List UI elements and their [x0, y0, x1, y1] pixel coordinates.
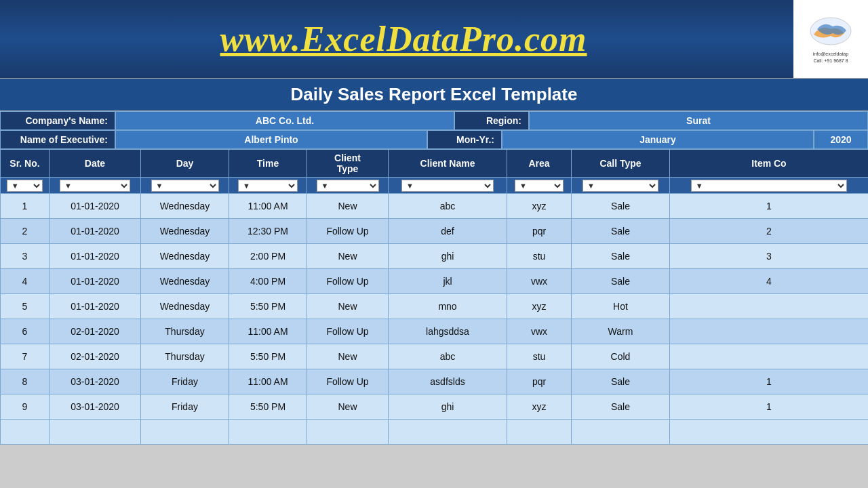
- table-cell: Warm: [572, 319, 670, 344]
- table-cell: ghi: [389, 244, 507, 269]
- col-header-clienttype: ClientType: [307, 150, 389, 178]
- col-header-calltype: Call Type: [572, 150, 670, 178]
- data-table-container: Sr. No. Date Day Time ClientType Client …: [0, 149, 868, 445]
- table-cell: Sale: [572, 394, 670, 420]
- table-cell: xyz: [507, 394, 572, 420]
- company-row: Company's Name: ABC Co. Ltd. Region: Sur…: [0, 111, 868, 130]
- table-cell: 02-01-2020: [50, 344, 141, 369]
- table-cell: pqr: [507, 369, 572, 394]
- table-cell: 01-01-2020: [50, 219, 141, 244]
- executive-row: Name of Executive: Albert Pinto Mon-Yr.:…: [0, 130, 868, 149]
- table-cell: Thursday: [141, 319, 229, 344]
- col-header-day: Day: [141, 150, 229, 178]
- region-value: Surat: [529, 111, 868, 130]
- table-cell: Sale: [572, 269, 670, 294]
- col-header-srno: Sr. No.: [1, 150, 50, 178]
- empty-cell: [1, 420, 50, 445]
- header-bar: www.ExcelDataPro.com info@exceldatap Cal…: [0, 0, 868, 78]
- table-row: 401-01-2020Wednesday4:00 PMFollow Upjklv…: [1, 269, 869, 294]
- empty-cell: [389, 420, 507, 445]
- table-cell: 11:00 AM: [229, 194, 307, 219]
- filter-clienttype: ▼: [307, 178, 389, 194]
- filter-date: ▼: [50, 178, 141, 194]
- table-row: 201-01-2020Wednesday12:30 PMFollow Updef…: [1, 219, 869, 244]
- table-cell: abc: [389, 194, 507, 219]
- info-section: Company's Name: ABC Co. Ltd. Region: Sur…: [0, 111, 868, 149]
- table-cell: 3: [670, 244, 869, 269]
- table-cell: pqr: [507, 219, 572, 244]
- table-cell: 2: [670, 219, 869, 244]
- executive-value: Albert Pinto: [115, 130, 427, 149]
- table-cell: 6: [1, 319, 50, 344]
- filter-srno-select[interactable]: ▼: [7, 180, 43, 192]
- table-cell: Sale: [572, 244, 670, 269]
- table-cell: Follow Up: [307, 319, 389, 344]
- logo-text: info@exceldatap Call: +91 9687 8: [813, 51, 848, 64]
- table-cell: mno: [389, 294, 507, 319]
- table-cell: 1: [670, 194, 869, 219]
- table-cell: xyz: [507, 294, 572, 319]
- table-cell: 02-01-2020: [50, 319, 141, 344]
- logo-box: info@exceldatap Call: +91 9687 8: [793, 0, 868, 78]
- table-cell: lahgsddsa: [389, 319, 507, 344]
- table-cell: 1: [670, 369, 869, 394]
- table-cell: 03-01-2020: [50, 394, 141, 420]
- empty-cell: [50, 420, 141, 445]
- report-title: Daily Sales Report Excel Template: [0, 78, 868, 111]
- filter-clientname-select[interactable]: ▼: [401, 180, 494, 192]
- table-cell: Hot: [572, 294, 670, 319]
- filter-itemcode-select[interactable]: ▼: [691, 180, 847, 192]
- table-cell: Wednesday: [141, 294, 229, 319]
- table-cell: 11:00 AM: [229, 369, 307, 394]
- table-cell: New: [307, 194, 389, 219]
- table-cell: Cold: [572, 344, 670, 369]
- table-cell: Follow Up: [307, 219, 389, 244]
- table-cell: 2: [1, 219, 50, 244]
- filter-area-select[interactable]: ▼: [515, 180, 564, 192]
- table-cell: 4:00 PM: [229, 269, 307, 294]
- empty-cell: [507, 420, 572, 445]
- table-cell: stu: [507, 244, 572, 269]
- filter-time-select[interactable]: ▼: [238, 180, 298, 192]
- table-cell: Follow Up: [307, 369, 389, 394]
- col-header-area: Area: [507, 150, 572, 178]
- empty-cell: [670, 420, 869, 445]
- table-row: 101-01-2020Wednesday11:00 AMNewabcxyzSal…: [1, 194, 869, 219]
- table-row: 301-01-2020Wednesday2:00 PMNewghistuSale…: [1, 244, 869, 269]
- region-label: Region:: [454, 111, 529, 130]
- table-cell: abc: [389, 344, 507, 369]
- col-header-date: Date: [50, 150, 141, 178]
- filter-clienttype-select[interactable]: ▼: [317, 180, 379, 192]
- company-label: Company's Name:: [0, 111, 115, 130]
- executive-label: Name of Executive:: [0, 130, 115, 149]
- table-cell: Sale: [572, 194, 670, 219]
- table-cell: New: [307, 394, 389, 420]
- col-header-clientname: Client Name: [389, 150, 507, 178]
- table-cell: [670, 344, 869, 369]
- table-cell: [670, 294, 869, 319]
- table-cell: Wednesday: [141, 219, 229, 244]
- table-cell: New: [307, 244, 389, 269]
- filter-row: ▼ ▼ ▼ ▼ ▼ ▼ ▼: [1, 178, 869, 194]
- table-cell: ghi: [389, 394, 507, 420]
- empty-cell: [229, 420, 307, 445]
- table-cell: asdfslds: [389, 369, 507, 394]
- table-cell: 12:30 PM: [229, 219, 307, 244]
- table-cell: Wednesday: [141, 269, 229, 294]
- filter-calltype-select[interactable]: ▼: [583, 180, 658, 192]
- empty-cell: [141, 420, 229, 445]
- table-cell: [670, 319, 869, 344]
- table-cell: xyz: [507, 194, 572, 219]
- filter-clientname: ▼: [389, 178, 507, 194]
- monyr-value: January: [502, 130, 814, 149]
- table-cell: def: [389, 219, 507, 244]
- filter-srno: ▼: [1, 178, 50, 194]
- table-cell: 01-01-2020: [50, 294, 141, 319]
- filter-date-select[interactable]: ▼: [60, 180, 130, 192]
- empty-cell: [572, 420, 670, 445]
- filter-day-select[interactable]: ▼: [151, 180, 219, 192]
- filter-calltype: ▼: [572, 178, 670, 194]
- monyr-label: Mon-Yr.:: [427, 130, 502, 149]
- table-cell: New: [307, 294, 389, 319]
- table-cell: Wednesday: [141, 194, 229, 219]
